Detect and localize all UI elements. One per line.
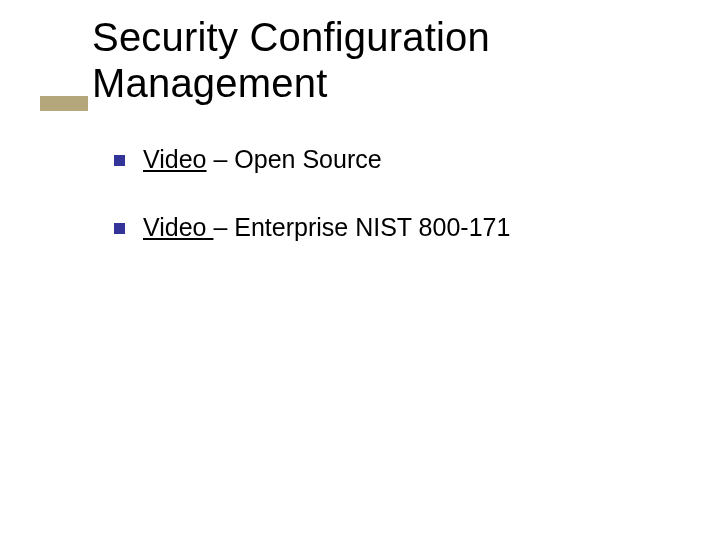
bullet-rest: – Open Source — [207, 145, 382, 173]
bullet-text: Video – Open Source — [143, 144, 382, 174]
video-link[interactable]: Video — [143, 213, 213, 241]
square-bullet-icon — [114, 223, 125, 234]
list-item: Video – Open Source — [114, 144, 674, 174]
slide: Security Configuration Management Video … — [0, 0, 720, 540]
bullet-rest: – Enterprise NIST 800-171 — [213, 213, 510, 241]
square-bullet-icon — [114, 155, 125, 166]
list-item: Video – Enterprise NIST 800-171 — [114, 212, 674, 242]
video-link[interactable]: Video — [143, 145, 207, 173]
bullet-text: Video – Enterprise NIST 800-171 — [143, 212, 510, 242]
title-accent-bar — [40, 96, 88, 111]
bullet-list: Video – Open Source Video – Enterprise N… — [114, 144, 674, 280]
slide-title: Security Configuration Management — [92, 14, 720, 106]
